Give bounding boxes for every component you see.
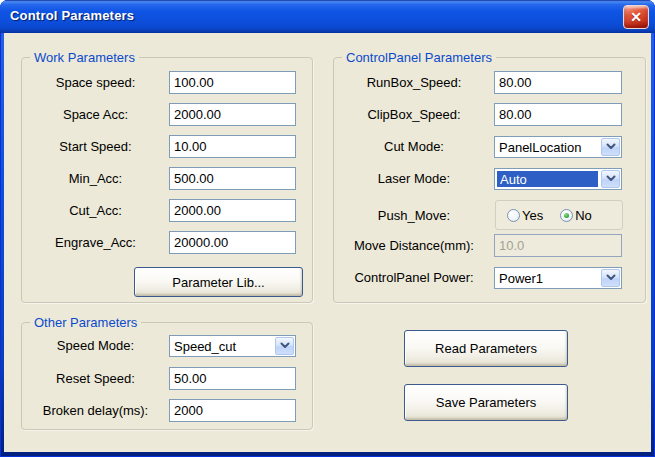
row-space-acc: Space Acc: — [22, 103, 296, 126]
row-space-speed: Space speed: — [22, 71, 296, 94]
radio-selected-icon — [560, 209, 573, 222]
min-acc-input[interactable] — [169, 167, 296, 190]
chevron-down-icon — [601, 269, 620, 287]
speed-mode-combo[interactable]: Speed_cut — [169, 335, 296, 357]
push-move-radio-group: Yes No — [495, 200, 623, 230]
cut-mode-combo[interactable]: PanelLocation — [494, 136, 622, 158]
dialog-body: Work Parameters Space speed: Space Acc: … — [4, 33, 651, 452]
row-laser-mode: Laser Mode: Auto — [334, 167, 622, 190]
controlpanel-power-combo[interactable]: Power1 — [494, 267, 622, 289]
chevron-down-icon — [275, 337, 294, 355]
move-distance-label: Move Distance(mm): — [334, 238, 494, 253]
speed-mode-value: Speed_cut — [174, 339, 271, 354]
row-min-acc: Min_Acc: — [22, 167, 296, 190]
runbox-speed-input[interactable] — [494, 71, 622, 94]
chevron-down-icon — [601, 138, 620, 156]
row-reset-speed: Reset Speed: — [22, 367, 296, 390]
speed-mode-label: Speed Mode: — [22, 338, 169, 353]
clipbox-speed-input[interactable] — [494, 103, 622, 126]
close-button[interactable]: ✕ — [623, 5, 649, 29]
read-parameters-button[interactable]: Read Parameters — [404, 330, 568, 367]
runbox-speed-label: RunBox_Speed: — [334, 75, 494, 90]
broken-delay-label: Broken delay(ms): — [22, 403, 169, 418]
push-move-label: Push_Move: — [334, 208, 494, 223]
cut-mode-value: PanelLocation — [499, 140, 597, 155]
push-move-option-yes[interactable]: Yes — [507, 208, 543, 223]
reset-speed-label: Reset Speed: — [22, 371, 169, 386]
parameter-lib-button[interactable]: Parameter Lib... — [134, 267, 303, 297]
clipbox-speed-label: ClipBox_Speed: — [334, 107, 494, 122]
laser-mode-combo[interactable]: Auto — [494, 168, 622, 190]
min-acc-label: Min_Acc: — [22, 171, 169, 186]
window-title: Control Parameters — [10, 8, 134, 23]
controlpanel-power-value: Power1 — [499, 271, 597, 286]
row-runbox-speed: RunBox_Speed: — [334, 71, 622, 94]
control-parameters-dialog: Control Parameters ✕ Work Parameters Spa… — [0, 0, 655, 457]
start-speed-label: Start Speed: — [22, 139, 169, 154]
cut-mode-label: Cut Mode: — [334, 139, 494, 154]
row-start-speed: Start Speed: — [22, 135, 296, 158]
push-move-option-no[interactable]: No — [560, 208, 592, 223]
row-clipbox-speed: ClipBox_Speed: — [334, 103, 622, 126]
broken-delay-input[interactable] — [169, 399, 296, 422]
space-acc-input[interactable] — [169, 103, 296, 126]
push-move-no-label: No — [575, 208, 592, 223]
move-distance-input — [494, 234, 622, 257]
row-push-move: Push_Move: — [334, 204, 494, 227]
close-icon: ✕ — [630, 9, 642, 25]
cut-acc-label: Cut_Acc: — [22, 203, 169, 218]
group-work-parameters: Work Parameters Space speed: Space Acc: … — [21, 57, 313, 303]
cut-acc-input[interactable] — [169, 199, 296, 222]
group-controlpanel-parameters: ControlPanel Parameters RunBox_Speed: Cl… — [333, 57, 646, 303]
radio-unselected-icon — [507, 209, 520, 222]
row-broken-delay: Broken delay(ms): — [22, 399, 296, 422]
row-cut-mode: Cut Mode: PanelLocation — [334, 135, 622, 158]
reset-speed-input[interactable] — [169, 367, 296, 390]
engrave-acc-label: Engrave_Acc: — [22, 235, 169, 250]
engrave-acc-input[interactable] — [169, 231, 296, 254]
group-title-controlpanel: ControlPanel Parameters — [342, 50, 496, 65]
space-speed-input[interactable] — [169, 71, 296, 94]
group-other-parameters: Other Parameters Speed Mode: Speed_cut R… — [21, 322, 313, 430]
row-engrave-acc: Engrave_Acc: — [22, 231, 296, 254]
laser-mode-value: Auto — [497, 171, 598, 187]
row-speed-mode: Speed Mode: Speed_cut — [22, 334, 296, 357]
group-title-other: Other Parameters — [30, 315, 141, 330]
laser-mode-label: Laser Mode: — [334, 171, 494, 186]
space-acc-label: Space Acc: — [22, 107, 169, 122]
group-title-work: Work Parameters — [30, 50, 139, 65]
controlpanel-power-label: ControlPanel Power: — [334, 270, 494, 285]
chevron-down-icon — [601, 170, 620, 188]
row-controlpanel-power: ControlPanel Power: Power1 — [334, 266, 622, 289]
titlebar: Control Parameters ✕ — [0, 0, 655, 33]
space-speed-label: Space speed: — [22, 75, 169, 90]
push-move-yes-label: Yes — [522, 208, 543, 223]
row-move-distance: Move Distance(mm): — [334, 234, 622, 257]
start-speed-input[interactable] — [169, 135, 296, 158]
save-parameters-button[interactable]: Save Parameters — [404, 384, 568, 421]
row-cut-acc: Cut_Acc: — [22, 199, 296, 222]
